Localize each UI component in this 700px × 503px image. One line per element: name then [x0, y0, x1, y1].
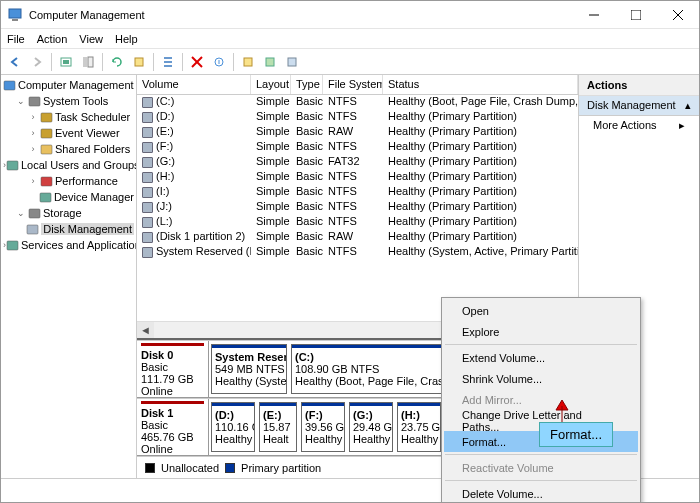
toolbar: [1, 49, 699, 75]
tree-label: Event Viewer: [55, 127, 120, 139]
legend-unalloc-icon: [145, 463, 155, 473]
partition[interactable]: System Reserve549 MB NTFSHealthy (System…: [211, 344, 287, 394]
tree-node[interactable]: Computer Management (Local: [3, 77, 134, 93]
volume-row[interactable]: (J:)SimpleBasicNTFSHealthy (Primary Part…: [137, 200, 578, 215]
volume-row[interactable]: (F:)SimpleBasicNTFSHealthy (Primary Part…: [137, 140, 578, 155]
expand-icon[interactable]: ›: [27, 128, 39, 138]
minimize-button[interactable]: [573, 1, 615, 28]
expand-icon[interactable]: ›: [27, 176, 39, 186]
ctx-explore[interactable]: Explore: [444, 321, 638, 342]
action2-button[interactable]: [260, 52, 280, 72]
action3-button[interactable]: [282, 52, 302, 72]
tree-node[interactable]: ›Services and Applications: [3, 237, 134, 253]
svg-rect-1: [12, 19, 18, 21]
menu-help[interactable]: Help: [115, 33, 138, 45]
col-layout[interactable]: Layout: [251, 75, 291, 94]
expand-icon[interactable]: ›: [27, 112, 39, 122]
disk-info: Disk 1Basic465.76 GBOnline: [137, 399, 209, 455]
svg-rect-3: [631, 10, 641, 20]
partition[interactable]: (H:)23.75 GHealthy: [397, 402, 441, 452]
drive-icon: [142, 157, 153, 168]
tree-node[interactable]: ›Task Scheduler: [3, 109, 134, 125]
ctx-extend-volume-[interactable]: Extend Volume...: [444, 347, 638, 368]
ctx-open[interactable]: Open: [444, 300, 638, 321]
refresh-button[interactable]: [107, 52, 127, 72]
volume-row[interactable]: (Disk 1 partition 2)SimpleBasicRAWHealth…: [137, 230, 578, 245]
col-status[interactable]: Status: [383, 75, 578, 94]
col-type[interactable]: Type: [291, 75, 323, 94]
app-icon: [7, 7, 23, 23]
actions-title: Actions: [579, 75, 699, 96]
drive-icon: [142, 217, 153, 228]
tree-label: Local Users and Groups: [21, 159, 137, 171]
volume-row[interactable]: (I:)SimpleBasicNTFSHealthy (Primary Part…: [137, 185, 578, 200]
volume-header: Volume Layout Type File System Status: [137, 75, 578, 95]
expand-icon[interactable]: ›: [27, 144, 39, 154]
action1-button[interactable]: [238, 52, 258, 72]
task-icon: [39, 110, 53, 124]
settings-button[interactable]: [129, 52, 149, 72]
menu-action[interactable]: Action: [37, 33, 68, 45]
perf-icon: [39, 174, 53, 188]
svg-rect-22: [7, 161, 18, 170]
eject-button[interactable]: [158, 52, 178, 72]
actions-group[interactable]: Disk Management▴: [579, 96, 699, 116]
forward-button[interactable]: [27, 52, 47, 72]
nav-tree[interactable]: Computer Management (Local⌄System Tools›…: [1, 75, 137, 478]
svg-rect-26: [27, 225, 38, 234]
svg-rect-17: [4, 81, 15, 90]
tree-node[interactable]: ⌄Storage: [3, 205, 134, 221]
tree-node[interactable]: Disk Management: [3, 221, 134, 237]
show-hide-button[interactable]: [78, 52, 98, 72]
wrench-icon: [27, 94, 41, 108]
volume-row[interactable]: (E:)SimpleBasicRAWHealthy (Primary Parti…: [137, 125, 578, 140]
scroll-left-icon[interactable]: ◄: [137, 322, 154, 339]
col-volume[interactable]: Volume: [137, 75, 251, 94]
volume-row[interactable]: (H:)SimpleBasicNTFSHealthy (Primary Part…: [137, 170, 578, 185]
partition[interactable]: (E:)15.87Healt: [259, 402, 297, 452]
services-icon: [6, 238, 19, 252]
close-button[interactable]: [657, 1, 699, 28]
back-button[interactable]: [5, 52, 25, 72]
tree-node[interactable]: ›Local Users and Groups: [3, 157, 134, 173]
tree-label: Disk Management: [41, 223, 134, 235]
menu-view[interactable]: View: [79, 33, 103, 45]
users-icon: [6, 158, 19, 172]
maximize-button[interactable]: [615, 1, 657, 28]
up-button[interactable]: [56, 52, 76, 72]
volume-row[interactable]: (G:)SimpleBasicFAT32Healthy (Primary Par…: [137, 155, 578, 170]
svg-rect-24: [40, 193, 51, 202]
volume-row[interactable]: (D:)SimpleBasicNTFSHealthy (Primary Part…: [137, 110, 578, 125]
legend-primary-icon: [225, 463, 235, 473]
tree-node[interactable]: ›Performance: [3, 173, 134, 189]
volume-row[interactable]: (C:)SimpleBasicNTFSHealthy (Boot, Page F…: [137, 95, 578, 110]
svg-rect-7: [63, 60, 69, 64]
svg-rect-16: [288, 58, 296, 66]
disk-info: Disk 0Basic111.79 GBOnline: [137, 341, 209, 397]
drive-icon: [142, 142, 153, 153]
tree-node[interactable]: Device Manager: [3, 189, 134, 205]
delete-button[interactable]: [187, 52, 207, 72]
expand-icon[interactable]: ⌄: [15, 208, 27, 218]
tree-node[interactable]: ›Shared Folders: [3, 141, 134, 157]
col-filesystem[interactable]: File System: [323, 75, 383, 94]
tree-node[interactable]: ⌄System Tools: [3, 93, 134, 109]
drive-icon: [142, 172, 153, 183]
volume-row[interactable]: (L:)SimpleBasicNTFSHealthy (Primary Part…: [137, 215, 578, 230]
volume-row[interactable]: System Reserved (K:)SimpleBasicNTFSHealt…: [137, 245, 578, 260]
partition[interactable]: (F:)39.56 GHealthy: [301, 402, 345, 452]
tree-node[interactable]: ›Event Viewer: [3, 125, 134, 141]
ctx-delete-volume-[interactable]: Delete Volume...: [444, 483, 638, 503]
svg-rect-25: [29, 209, 40, 218]
ctx-add-mirror-: Add Mirror...: [444, 389, 638, 410]
menu-file[interactable]: File: [7, 33, 25, 45]
tree-label: Performance: [55, 175, 118, 187]
chevron-right-icon: ▸: [679, 119, 685, 132]
partition[interactable]: (D:)110.16 GHealthy: [211, 402, 255, 452]
expand-icon[interactable]: ⌄: [15, 96, 27, 106]
properties-button[interactable]: [209, 52, 229, 72]
partition[interactable]: (G:)29.48 GHealthy: [349, 402, 393, 452]
drive-icon: [142, 127, 153, 138]
actions-more[interactable]: More Actions▸: [579, 116, 699, 135]
ctx-shrink-volume-[interactable]: Shrink Volume...: [444, 368, 638, 389]
